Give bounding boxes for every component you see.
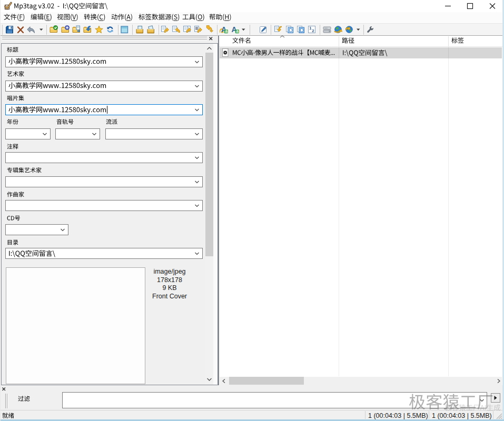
svg-text:a: a bbox=[236, 28, 239, 34]
svg-text:2: 2 bbox=[312, 28, 314, 33]
svg-text:a: a bbox=[225, 28, 228, 34]
svg-text:1: 1 bbox=[309, 26, 311, 31]
